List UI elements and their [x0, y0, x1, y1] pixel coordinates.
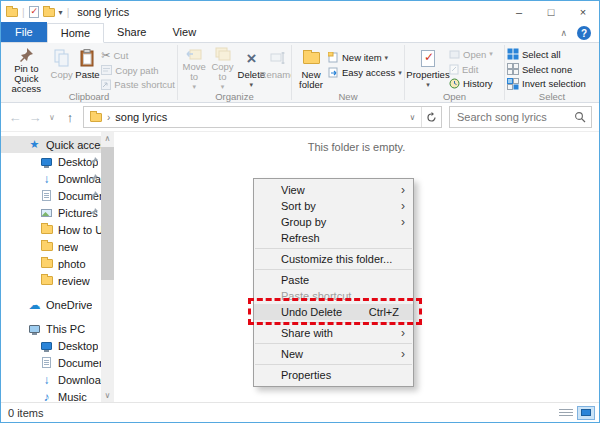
sidebar-item-pc-music[interactable]: ♪ Music — [1, 388, 101, 402]
sidebar-item-quick-access[interactable]: ★ Quick access — [1, 136, 101, 153]
menu-item-share-with[interactable]: Share with › — [254, 325, 413, 341]
menu-item-customize-folder[interactable]: Customize this folder... — [254, 251, 413, 267]
copy-path-button[interactable]: Copy path — [101, 64, 175, 76]
search-box[interactable] — [449, 106, 592, 128]
paste-shortcut-button[interactable]: Paste shortcut — [101, 78, 175, 90]
menu-separator — [255, 343, 412, 344]
edit-button[interactable]: Edit — [449, 63, 493, 76]
ribbon-group-clipboard: Pin to Quick access Copy Paste ✂ Cut — [1, 43, 177, 102]
address-box[interactable]: › song lyrics ∨ — [83, 106, 442, 128]
explorer-window: | ▾ | song lyrics – □ × File Home Share … — [0, 0, 600, 423]
menu-item-properties[interactable]: Properties — [254, 367, 413, 383]
copy-button[interactable]: Copy — [50, 45, 74, 90]
quick-access-toolbar: | ▾ | song lyrics — [1, 6, 129, 18]
breadcrumb[interactable]: song lyrics — [115, 111, 167, 123]
menu-item-paste[interactable]: Paste — [254, 272, 413, 288]
sidebar-item-onedrive[interactable]: ☁ OneDrive — [1, 296, 101, 313]
invert-selection-button[interactable]: Invert selection — [507, 77, 586, 90]
search-icon[interactable] — [574, 111, 586, 123]
sidebar-item-desktop[interactable]: Desktop — [1, 153, 101, 170]
collapse-ribbon-icon[interactable]: ∧ — [560, 28, 567, 38]
sidebar-item-pc-desktop[interactable]: Desktop — [1, 337, 101, 354]
menu-separator — [255, 248, 412, 249]
menu-item-shortcut: Ctrl+Z — [369, 304, 399, 320]
sidebar-item-photo[interactable]: photo — [1, 255, 101, 272]
forward-button[interactable]: → — [27, 110, 43, 125]
sidebar-item-how-to-unlock[interactable]: How to Unlock W — [1, 221, 101, 238]
menu-item-sort-by[interactable]: Sort by › — [254, 198, 413, 214]
invert-selection-icon — [507, 78, 519, 90]
select-none-button[interactable]: Select none — [507, 63, 586, 76]
menu-item-undo-delete[interactable]: Undo Delete Ctrl+Z — [254, 304, 413, 320]
menu-item-refresh[interactable]: Refresh — [254, 230, 413, 246]
sidebar-scrollbar[interactable]: ∧ ∨ — [101, 132, 114, 402]
tab-file[interactable]: File — [1, 22, 47, 42]
close-button[interactable]: × — [567, 1, 599, 23]
select-all-icon — [507, 48, 519, 60]
up-button[interactable]: ↑ — [61, 110, 79, 125]
properties-qat-icon[interactable] — [29, 6, 39, 18]
sidebar-item-pc-downloads[interactable]: ↓ Downloads — [1, 371, 101, 388]
scroll-down-icon[interactable]: ∨ — [105, 389, 111, 402]
select-all-label: Select all — [522, 49, 561, 60]
download-icon: ↓ — [40, 373, 53, 387]
easy-access-button[interactable]: Easy access ▾ — [328, 66, 402, 79]
thumbnails-view-icon[interactable] — [577, 406, 595, 420]
sidebar-item-pc-documents[interactable]: Documents — [1, 354, 101, 371]
scroll-up-icon[interactable]: ∧ — [105, 132, 111, 145]
history-button[interactable]: History — [449, 77, 493, 90]
help-icon[interactable]: ? — [577, 26, 591, 40]
properties-button[interactable]: Properties ▾ — [407, 45, 449, 90]
new-item-button[interactable]: New item ▾ — [328, 51, 402, 64]
qat-dropdown-icon[interactable]: ▾ — [59, 8, 63, 17]
open-button[interactable]: Open ▾ — [449, 48, 493, 61]
sidebar-item-pictures[interactable]: Pictures — [1, 204, 101, 221]
menu-item-paste-shortcut: Paste shortcut — [254, 288, 413, 304]
navigation-pane: ★ Quick access Desktop ↓ Downloads Docum… — [1, 132, 114, 402]
menu-item-new[interactable]: New › — [254, 346, 413, 362]
scrollbar-thumb[interactable] — [101, 147, 114, 280]
app-folder-icon — [6, 8, 18, 17]
move-to-button[interactable]: Move to ▾ — [180, 45, 208, 90]
rename-button[interactable]: Rename — [266, 45, 289, 90]
pin-icon — [91, 191, 98, 198]
search-input[interactable] — [457, 111, 574, 123]
tab-view[interactable]: View — [159, 22, 209, 42]
submenu-arrow-icon: › — [401, 182, 405, 198]
address-dropdown-icon[interactable]: ∨ — [404, 113, 421, 122]
menu-item-view[interactable]: View › — [254, 182, 413, 198]
back-button[interactable]: ← — [7, 110, 23, 125]
dropdown-icon: ▾ — [398, 69, 402, 77]
details-view-icon[interactable] — [558, 406, 574, 419]
minimize-button[interactable]: – — [503, 1, 535, 23]
maximize-button[interactable]: □ — [535, 1, 567, 23]
recent-locations-icon[interactable]: ∨ — [47, 113, 57, 122]
ribbon-group-organize: Move to ▾ Copy to ▾ × Delete ▾ Rename — [178, 43, 291, 102]
delete-button[interactable]: × Delete ▾ — [237, 45, 266, 90]
tab-home[interactable]: Home — [47, 23, 104, 43]
new-folder-button[interactable]: New folder — [294, 45, 328, 90]
pin-to-quick-access-button[interactable]: Pin to Quick access — [3, 45, 50, 90]
new-folder-qat-icon[interactable] — [43, 8, 55, 17]
select-none-icon — [507, 63, 519, 75]
copy-to-button[interactable]: Copy to ▾ — [208, 45, 236, 90]
refresh-icon[interactable] — [421, 107, 441, 127]
sidebar-item-this-pc[interactable]: This PC — [1, 320, 101, 337]
paste-button[interactable]: Paste — [74, 45, 102, 90]
sidebar-item-downloads[interactable]: ↓ Downloads — [1, 170, 101, 187]
history-icon — [449, 78, 460, 89]
sidebar-item-documents[interactable]: Documents — [1, 187, 101, 204]
select-all-button[interactable]: Select all — [507, 48, 586, 61]
menu-item-group-by[interactable]: Group by › — [254, 214, 413, 230]
cut-button[interactable]: ✂ Cut — [101, 49, 175, 62]
folder-icon — [40, 276, 53, 285]
tab-share[interactable]: Share — [104, 22, 159, 42]
organize-group-label: Organize — [178, 91, 291, 102]
paste-shortcut-label: Paste shortcut — [114, 79, 175, 90]
sidebar-item-new[interactable]: new — [1, 238, 101, 255]
ribbon-group-new: New folder New item ▾ Easy access ▾ New — [292, 43, 404, 102]
sidebar-item-review[interactable]: review — [1, 272, 101, 289]
select-group-label: Select — [505, 91, 599, 102]
paste-shortcut-icon — [101, 79, 111, 90]
sidebar-item-label: Downloads — [58, 374, 101, 386]
